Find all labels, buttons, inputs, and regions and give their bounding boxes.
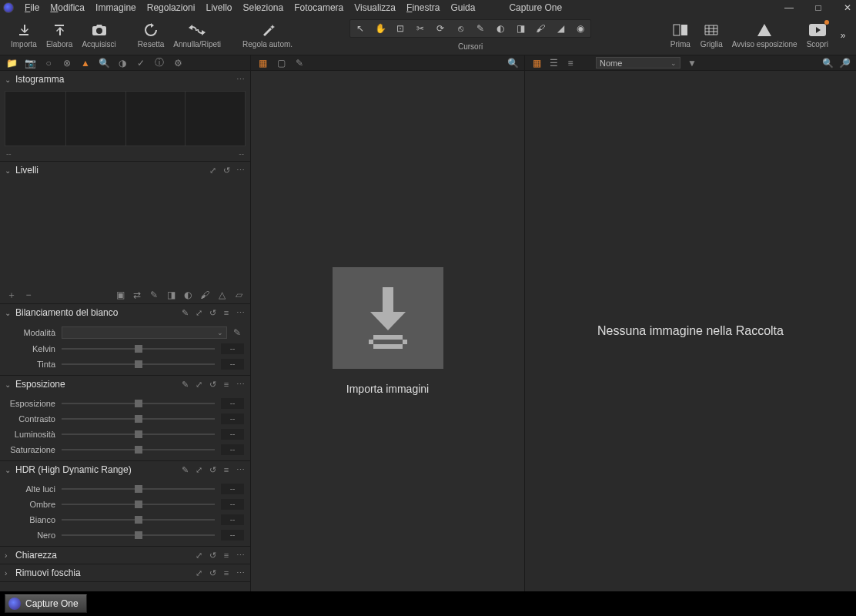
highlights-slider[interactable] (62, 488, 215, 490)
contrast-slider[interactable] (62, 418, 215, 420)
tab-styles-icon[interactable]: ◑ (117, 58, 128, 69)
menu-view[interactable]: Visualizza (354, 2, 396, 13)
preset-icon[interactable]: ≡ (221, 550, 232, 561)
tab-capture-icon[interactable]: 📷 (25, 58, 35, 69)
loupe-tool[interactable]: ⊡ (393, 22, 407, 35)
browser-zoom-icon[interactable]: 🔍 (822, 58, 833, 69)
eraser-icon[interactable]: △ (216, 290, 227, 300)
brightness-slider[interactable] (62, 434, 215, 435)
view-grid-icon[interactable]: ▦ (257, 58, 268, 69)
mask-icon[interactable]: ◐ (182, 290, 193, 300)
menu-select[interactable]: Seleziona (242, 2, 283, 13)
wb-mode-dropdown[interactable]: ⌄ (62, 326, 227, 339)
fill-icon[interactable]: ▱ (233, 290, 244, 300)
preset-icon[interactable]: ≡ (221, 307, 232, 318)
reset-icon[interactable]: ↺ (221, 165, 232, 176)
contrast-value[interactable]: -- (221, 413, 244, 424)
shadows-slider[interactable] (62, 504, 215, 505)
crop-tool[interactable]: ✂ (413, 22, 427, 35)
reset-icon[interactable]: ↺ (207, 379, 218, 390)
gradient-tool[interactable]: ◢ (553, 22, 567, 35)
menu-layer[interactable]: Livello (206, 2, 232, 13)
close-button[interactable]: ✕ (842, 2, 853, 13)
menu-image[interactable]: Immagine (95, 2, 136, 13)
reset-icon[interactable]: ↺ (207, 550, 218, 561)
gradient-icon[interactable]: ◨ (166, 290, 176, 300)
tab-metadata-icon[interactable]: ✓ (135, 58, 146, 69)
exposure-value[interactable]: -- (221, 398, 244, 409)
before-after-button[interactable]: Prima (665, 20, 696, 50)
browser-search-icon[interactable]: 🔎 (839, 58, 850, 69)
edit-icon[interactable]: ✎ (179, 464, 190, 475)
remove-layer-icon[interactable]: − (23, 290, 34, 300)
reset-icon[interactable]: ↺ (207, 567, 218, 578)
section-menu-icon[interactable]: ⋯ (235, 165, 246, 176)
hdr-collapse[interactable]: ⌄ (5, 466, 12, 474)
brush-tool[interactable]: 🖌 (533, 22, 547, 35)
tab-settings-icon[interactable]: ⚙ (172, 58, 183, 69)
import-button[interactable]: Importa (6, 20, 42, 50)
tab-output-icon[interactable]: ⓘ (154, 58, 165, 69)
expand-icon[interactable]: ⤢ (207, 165, 218, 176)
capture-button[interactable]: Acquisisci (77, 20, 120, 50)
reset-icon[interactable]: ↺ (207, 307, 218, 318)
menu-camera[interactable]: Fotocamera (294, 2, 343, 13)
tab-exposure-icon[interactable]: ▲ (80, 58, 91, 69)
browser-list-icon[interactable]: ☰ (548, 58, 559, 69)
dehaze-collapse[interactable]: › (5, 569, 12, 578)
spot-tool[interactable]: ✎ (473, 22, 487, 35)
exposure-warning-button[interactable]: Avviso esposizione (727, 20, 802, 50)
discover-button[interactable]: Scopri (802, 20, 833, 50)
minimize-button[interactable]: — (784, 2, 794, 13)
edit-icon[interactable]: ✎ (179, 379, 190, 390)
browser-grid-icon[interactable]: ▦ (531, 58, 542, 69)
auto-adjust-button[interactable]: Regola autom. (238, 20, 297, 50)
brightness-value[interactable]: -- (221, 429, 244, 440)
exposure-slider[interactable] (62, 403, 215, 404)
kelvin-value[interactable]: -- (221, 343, 244, 354)
rotate-tool[interactable]: ⟳ (433, 22, 447, 35)
whites-value[interactable]: -- (221, 514, 244, 525)
auto-levels-icon[interactable]: ▣ (115, 290, 125, 300)
process-button[interactable]: Elabora (42, 20, 77, 50)
preset-icon[interactable]: ≡ (221, 379, 232, 390)
levels-collapse[interactable]: ⌄ (5, 166, 12, 175)
reset-button[interactable]: Resetta (133, 20, 169, 50)
sort-dropdown[interactable]: Nome ⌄ (596, 57, 680, 69)
undo-redo-button[interactable]: Annulla/Ripeti (169, 20, 226, 50)
section-menu-icon[interactable]: ⋯ (235, 307, 246, 318)
tab-lens-icon[interactable]: ○ (43, 58, 54, 69)
eraser-tool[interactable]: ◨ (513, 22, 527, 35)
grid-button[interactable]: Griglia (696, 20, 727, 50)
section-menu-icon[interactable]: ⋯ (235, 379, 246, 390)
menu-edit[interactable]: Modifica (50, 2, 85, 13)
view-single-icon[interactable]: ▢ (276, 58, 286, 69)
blacks-value[interactable]: -- (221, 530, 244, 541)
import-tile[interactable] (333, 267, 443, 369)
saturation-slider[interactable] (62, 449, 215, 450)
pointer-tool[interactable]: ↖ (353, 22, 367, 35)
wb-collapse[interactable]: ⌄ (5, 309, 12, 317)
keystone-tool[interactable]: ⎋ (453, 22, 467, 35)
tab-library-icon[interactable]: 📁 (6, 58, 17, 69)
section-menu-icon[interactable]: ⋯ (235, 464, 246, 475)
viewer-search-icon[interactable]: 🔍 (507, 58, 518, 69)
histogram-collapse[interactable]: ⌄ (5, 75, 12, 84)
add-layer-icon[interactable]: ＋ (6, 290, 17, 300)
tint-slider[interactable] (62, 363, 215, 365)
expand-icon[interactable]: ⤢ (193, 567, 204, 578)
kelvin-slider[interactable] (62, 348, 215, 350)
saturation-value[interactable]: -- (221, 444, 244, 455)
preset-icon[interactable]: ≡ (221, 567, 232, 578)
expand-icon[interactable]: ⤢ (193, 464, 204, 475)
section-menu-icon[interactable]: ⋯ (235, 74, 246, 85)
tab-details-icon[interactable]: 🔍 (99, 58, 109, 69)
shadows-value[interactable]: -- (221, 499, 244, 510)
tint-value[interactable]: -- (221, 359, 244, 370)
exposure-collapse[interactable]: ⌄ (5, 380, 12, 389)
toolbar-overflow-button[interactable]: » (836, 30, 850, 41)
menu-window[interactable]: Finestra (406, 2, 440, 13)
section-menu-icon[interactable]: ⋯ (235, 567, 246, 578)
menu-help[interactable]: Guida (450, 2, 475, 13)
heal-tool[interactable]: ◐ (493, 22, 507, 35)
